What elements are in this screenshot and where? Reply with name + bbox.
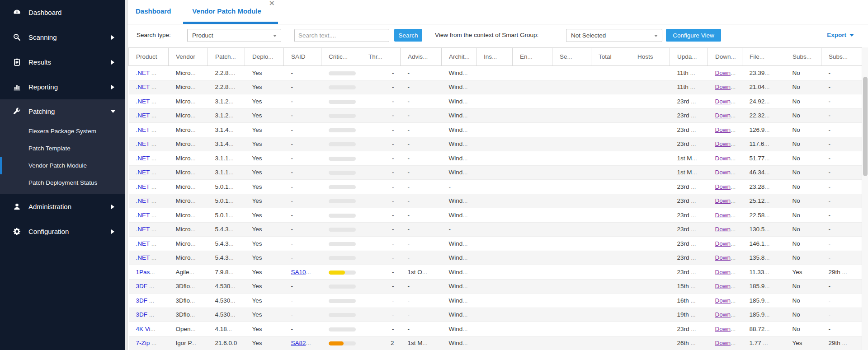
sidebar-item-dashboard[interactable]: Dashboard xyxy=(0,0,125,25)
sidebar-item-reporting[interactable]: Reporting xyxy=(0,75,125,99)
table-row[interactable]: .NET ...Micro...3.1.1...Yes---Wind...1st… xyxy=(129,165,862,180)
column-header-product[interactable]: Product xyxy=(129,48,169,66)
cell-product[interactable]: .NET ... xyxy=(129,137,169,151)
export-menu[interactable]: Export xyxy=(827,32,854,38)
column-header-hosts[interactable]: Hosts xyxy=(630,48,670,66)
table-row[interactable]: .NET ...Micro...5.4.3...Yes----23rd ...D… xyxy=(129,222,862,237)
column-header-subs[interactable]: Subs... xyxy=(785,48,821,66)
cell-product[interactable]: .NET ... xyxy=(129,66,169,80)
cell-down[interactable]: Down... xyxy=(708,180,742,194)
sidebar-item-configuration[interactable]: Configuration xyxy=(0,219,125,244)
column-header-archit[interactable]: Archit... xyxy=(442,48,476,66)
cell-product[interactable]: .NET ... xyxy=(129,123,169,137)
cell-product[interactable]: .NET ... xyxy=(129,180,169,194)
cell-product[interactable]: 1Pas... xyxy=(129,265,169,280)
sidebar-subitem-flexera-package-system[interactable]: Flexera Package System xyxy=(0,123,125,140)
cell-product[interactable]: 7-Zip ... xyxy=(129,336,169,350)
column-header-advis[interactable]: Advis... xyxy=(401,48,442,66)
cell-product[interactable]: .NET ... xyxy=(129,194,169,208)
table-row[interactable]: .NET ...Micro...3.1.4...Yes---Wind...23r… xyxy=(129,123,862,137)
table-row[interactable]: .NET ...Micro...3.1.2...Yes---Wind...23r… xyxy=(129,94,862,109)
tab-dashboard[interactable]: Dashboard xyxy=(136,0,171,24)
cell-down[interactable]: Down... xyxy=(708,279,742,294)
cell-down[interactable]: Down... xyxy=(708,208,742,223)
cell-product[interactable]: .NET ... xyxy=(129,165,169,180)
cell-product[interactable]: .NET ... xyxy=(129,251,169,265)
column-header-se[interactable]: Se... xyxy=(552,48,591,66)
table-row[interactable]: 4K Vi...Open...4.18...Yes---Wind...23rd … xyxy=(129,322,862,336)
table-row[interactable]: .NET ...Micro...3.1.2...Yes---Wind...23r… xyxy=(129,108,862,123)
cell-product[interactable]: .NET ... xyxy=(129,208,169,223)
cell-product[interactable]: .NET ... xyxy=(129,222,169,237)
cell-product[interactable]: .NET ... xyxy=(129,80,169,94)
cell-down[interactable]: Down... xyxy=(708,294,742,308)
cell-down[interactable]: Down... xyxy=(708,265,742,280)
column-header-down[interactable]: Down... xyxy=(708,48,742,66)
table-row[interactable]: 3DF ...3Dflo...4.530...Yes---Wind...16th… xyxy=(129,294,862,308)
cell-down[interactable]: Down... xyxy=(708,237,742,251)
cell-product[interactable]: .NET ... xyxy=(129,108,169,123)
table-row[interactable]: .NET ...Micro...5.0.1...Yes---Wind...23r… xyxy=(129,194,862,208)
scrollbar-thumb[interactable] xyxy=(863,77,868,176)
cell-down[interactable]: Down... xyxy=(708,308,742,322)
table-row[interactable]: 7-Zip ...Igor P...21.6.0.0YesSA82...21st… xyxy=(129,336,862,350)
sidebar-subitem-patch-deployment-status[interactable]: Patch Deployment Status xyxy=(0,174,125,191)
cell-down[interactable]: Down... xyxy=(708,251,742,265)
cell-down[interactable]: Down... xyxy=(708,66,742,80)
sidebar-item-administration[interactable]: Administration xyxy=(0,194,125,219)
column-header-en[interactable]: En... xyxy=(513,48,552,66)
column-header-thr[interactable]: Thr... xyxy=(361,48,401,66)
table-row[interactable]: .NET ...Micro...5.4.3...Yes---Wind...23r… xyxy=(129,237,862,251)
column-header-subs[interactable]: Subs... xyxy=(821,48,862,66)
table-row[interactable]: .NET ...Micro...5.4.3...Yes---Wind...23r… xyxy=(129,251,862,265)
sidebar-item-patching[interactable]: Patching xyxy=(0,99,125,123)
table-row[interactable]: .NET ...Micro...3.1.1...Yes---Wind...1st… xyxy=(129,151,862,166)
column-header-file[interactable]: File... xyxy=(742,48,785,66)
sidebar-item-results[interactable]: Results xyxy=(0,50,125,75)
cell-product[interactable]: .NET ... xyxy=(129,94,169,109)
cell-down[interactable]: Down... xyxy=(708,222,742,237)
close-icon[interactable]: × xyxy=(269,0,274,10)
cell-down[interactable]: Down... xyxy=(708,123,742,137)
sidebar-subitem-vendor-patch-module[interactable]: Vendor Patch Module xyxy=(0,157,125,174)
cell-down[interactable]: Down... xyxy=(708,165,742,180)
table-row[interactable]: .NET ...Micro...2.2.8....Yes---Wind...11… xyxy=(129,66,862,80)
configure-view-button[interactable]: Configure View xyxy=(666,29,721,42)
table-row[interactable]: 3DF ...3Dflo...4.530...Yes---Wind...15th… xyxy=(129,279,862,294)
column-header-vendor[interactable]: Vendor xyxy=(169,48,208,66)
cell-down[interactable]: Down... xyxy=(708,137,742,151)
search-button[interactable]: Search xyxy=(394,29,422,42)
column-header-deplo[interactable]: Deplo... xyxy=(245,48,284,66)
cell-down[interactable]: Down... xyxy=(708,80,742,94)
table-row[interactable]: .NET ...Micro...2.2.8....Yes---Wind...11… xyxy=(129,80,862,94)
search-input[interactable] xyxy=(294,29,389,42)
cell-said[interactable]: SA82... xyxy=(284,336,321,350)
cell-product[interactable]: 3DF ... xyxy=(129,294,169,308)
table-row[interactable]: .NET ...Micro...5.0.1...Yes---Wind...23r… xyxy=(129,208,862,223)
smart-group-select[interactable]: Not Selected xyxy=(566,29,662,42)
cell-product[interactable]: 3DF ... xyxy=(129,279,169,294)
search-type-select[interactable]: Product xyxy=(187,29,281,42)
cell-down[interactable]: Down... xyxy=(708,94,742,109)
cell-down[interactable]: Down... xyxy=(708,108,742,123)
vertical-scrollbar[interactable] xyxy=(862,47,868,350)
cell-down[interactable]: Down... xyxy=(708,322,742,336)
column-header-total[interactable]: Total xyxy=(591,48,630,66)
tab-vendor-patch-module[interactable]: Vendor Patch Module× xyxy=(183,0,278,24)
table-row[interactable]: .NET ...Micro...5.0.1...Yes----23rd ...D… xyxy=(129,180,862,194)
cell-down[interactable]: Down... xyxy=(708,194,742,208)
sidebar-subitem-patch-template[interactable]: Patch Template xyxy=(0,140,125,157)
cell-product[interactable]: .NET ... xyxy=(129,151,169,166)
cell-product[interactable]: .NET ... xyxy=(129,237,169,251)
cell-product[interactable]: 4K Vi... xyxy=(129,322,169,336)
column-header-upda[interactable]: Upda... xyxy=(670,48,708,66)
table-row[interactable]: 1Pas...Agile...7.9.8...YesSA10...-1st O.… xyxy=(129,265,862,280)
column-header-ins[interactable]: Ins... xyxy=(476,48,513,66)
cell-said[interactable]: SA10... xyxy=(284,265,321,280)
cell-product[interactable]: 3DF ... xyxy=(129,308,169,322)
cell-down[interactable]: Down... xyxy=(708,336,742,350)
sidebar-item-scanning[interactable]: Scanning xyxy=(0,25,125,50)
column-header-said[interactable]: SAID xyxy=(284,48,321,66)
column-header-patch[interactable]: Patch... xyxy=(208,48,245,66)
table-row[interactable]: 3DF ...3Dflo...4.530...Yes---Wind...19th… xyxy=(129,308,862,322)
